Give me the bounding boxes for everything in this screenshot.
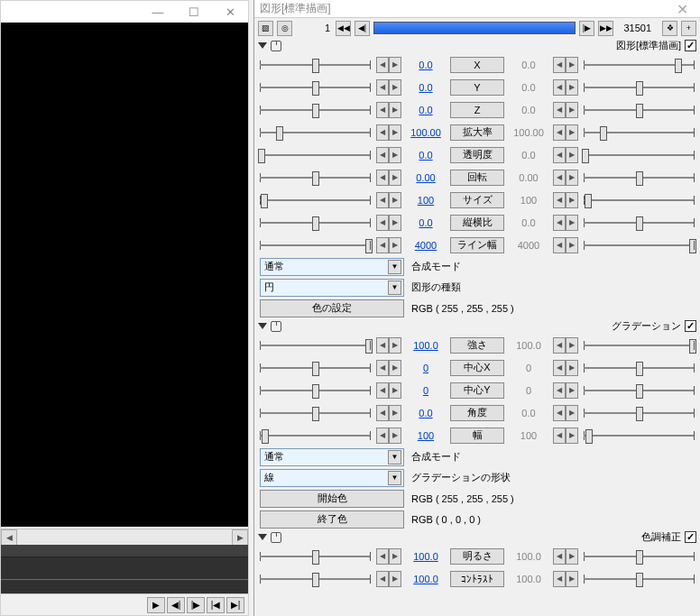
left-value[interactable]: 0.0 bbox=[407, 82, 445, 93]
decrement-button[interactable]: ◀ bbox=[553, 428, 566, 444]
increment-button[interactable]: ▶ bbox=[566, 571, 578, 587]
decrement-button[interactable]: ◀ bbox=[553, 382, 566, 399]
step-back-button[interactable]: ◀| bbox=[167, 597, 185, 613]
right-stepper[interactable]: ◀▶ bbox=[553, 360, 578, 376]
grad-blend-dropdown[interactable]: 通常▼ bbox=[260, 448, 404, 466]
param-name-button[interactable]: 縦横比 bbox=[450, 215, 504, 231]
left-value[interactable]: 0.0 bbox=[407, 150, 445, 161]
anchor-toggle-button[interactable]: ❖ bbox=[662, 21, 677, 36]
left-value[interactable]: 100.0 bbox=[407, 340, 445, 351]
mouse-icon[interactable] bbox=[271, 532, 281, 543]
decrement-button[interactable]: ◀ bbox=[553, 192, 566, 208]
right-slider[interactable] bbox=[584, 192, 695, 208]
timeline[interactable] bbox=[1, 545, 248, 593]
left-value[interactable]: 0.0 bbox=[407, 408, 445, 418]
section-enable-checkbox[interactable] bbox=[685, 40, 696, 51]
left-stepper[interactable]: ◀▶ bbox=[376, 237, 401, 253]
color-settings-button[interactable]: 色の設定 bbox=[260, 299, 404, 317]
scroll-track[interactable] bbox=[17, 529, 232, 545]
layer-icon[interactable]: ▨ bbox=[258, 21, 273, 36]
decrement-button[interactable]: ◀ bbox=[376, 571, 389, 587]
left-value[interactable]: 100 bbox=[407, 430, 445, 441]
end-color-button[interactable]: 終了色 bbox=[260, 510, 404, 529]
to-end-button[interactable]: ▶| bbox=[226, 597, 244, 613]
left-value[interactable]: 0 bbox=[407, 385, 445, 396]
left-slider[interactable] bbox=[260, 124, 371, 141]
right-slider[interactable] bbox=[584, 215, 695, 231]
decrement-button[interactable]: ◀ bbox=[553, 102, 566, 118]
scroll-right-icon[interactable]: ▶ bbox=[232, 529, 248, 546]
prev-frame-button[interactable]: ◀| bbox=[355, 21, 370, 36]
param-name-button[interactable]: 強さ bbox=[450, 337, 504, 354]
right-slider[interactable] bbox=[584, 571, 695, 587]
increment-button[interactable]: ▶ bbox=[389, 360, 401, 376]
right-slider[interactable] bbox=[584, 102, 695, 118]
right-slider[interactable] bbox=[584, 382, 695, 399]
left-slider[interactable] bbox=[260, 428, 371, 444]
right-slider[interactable] bbox=[584, 57, 695, 73]
left-stepper[interactable]: ◀▶ bbox=[376, 360, 401, 376]
increment-button[interactable]: ▶ bbox=[389, 237, 401, 253]
increment-button[interactable]: ▶ bbox=[566, 337, 578, 354]
left-slider[interactable] bbox=[260, 548, 371, 565]
increment-button[interactable]: ▶ bbox=[566, 147, 578, 163]
left-stepper[interactable]: ◀▶ bbox=[376, 428, 401, 444]
right-stepper[interactable]: ◀▶ bbox=[553, 79, 578, 96]
param-name-button[interactable]: Y bbox=[450, 79, 504, 96]
horizontal-scrollbar[interactable]: ◀ ▶ bbox=[1, 529, 248, 545]
mouse-icon[interactable] bbox=[271, 41, 281, 51]
decrement-button[interactable]: ◀ bbox=[553, 237, 566, 253]
param-name-button[interactable]: 明るさ bbox=[450, 548, 504, 565]
increment-button[interactable]: ▶ bbox=[566, 57, 578, 73]
maximize-button[interactable]: ☐ bbox=[176, 2, 212, 22]
increment-button[interactable]: ▶ bbox=[389, 79, 401, 96]
increment-button[interactable]: ▶ bbox=[566, 170, 578, 186]
left-value[interactable]: 0.0 bbox=[407, 60, 445, 70]
increment-button[interactable]: ▶ bbox=[566, 124, 578, 141]
left-stepper[interactable]: ◀▶ bbox=[376, 170, 401, 186]
param-name-button[interactable]: ライン幅 bbox=[450, 237, 504, 253]
left-value[interactable]: 100 bbox=[407, 195, 445, 206]
add-filter-button[interactable]: + bbox=[681, 21, 696, 36]
left-stepper[interactable]: ◀▶ bbox=[376, 382, 401, 399]
decrement-button[interactable]: ◀ bbox=[553, 337, 566, 354]
increment-button[interactable]: ▶ bbox=[566, 215, 578, 231]
increment-button[interactable]: ▶ bbox=[389, 124, 401, 141]
decrement-button[interactable]: ◀ bbox=[553, 170, 566, 186]
increment-button[interactable]: ▶ bbox=[389, 215, 401, 231]
decrement-button[interactable]: ◀ bbox=[553, 360, 566, 376]
left-stepper[interactable]: ◀▶ bbox=[376, 124, 401, 141]
increment-button[interactable]: ▶ bbox=[566, 237, 578, 253]
left-slider[interactable] bbox=[260, 337, 371, 354]
collapse-arrow-icon[interactable] bbox=[258, 323, 267, 329]
increment-button[interactable]: ▶ bbox=[389, 337, 401, 354]
decrement-button[interactable]: ◀ bbox=[553, 147, 566, 163]
decrement-button[interactable]: ◀ bbox=[553, 571, 566, 587]
right-stepper[interactable]: ◀▶ bbox=[553, 124, 578, 141]
next-frame-button[interactable]: |▶ bbox=[579, 21, 594, 36]
shape-kind-dropdown[interactable]: 円▼ bbox=[260, 279, 404, 297]
right-stepper[interactable]: ◀▶ bbox=[553, 215, 578, 231]
dialog-close-button[interactable]: ✕ bbox=[664, 0, 700, 18]
right-stepper[interactable]: ◀▶ bbox=[553, 57, 578, 73]
left-slider[interactable] bbox=[260, 360, 371, 376]
increment-button[interactable]: ▶ bbox=[566, 192, 578, 208]
decrement-button[interactable]: ◀ bbox=[376, 102, 389, 118]
left-stepper[interactable]: ◀▶ bbox=[376, 215, 401, 231]
increment-button[interactable]: ▶ bbox=[566, 102, 578, 118]
left-stepper[interactable]: ◀▶ bbox=[376, 571, 401, 587]
mouse-icon[interactable] bbox=[271, 321, 281, 332]
decrement-button[interactable]: ◀ bbox=[376, 57, 389, 73]
decrement-button[interactable]: ◀ bbox=[553, 57, 566, 73]
param-name-button[interactable]: 回転 bbox=[450, 170, 504, 186]
increment-button[interactable]: ▶ bbox=[389, 428, 401, 444]
right-slider[interactable] bbox=[584, 124, 695, 141]
increment-button[interactable]: ▶ bbox=[566, 79, 578, 96]
decrement-button[interactable]: ◀ bbox=[553, 215, 566, 231]
scroll-left-icon[interactable]: ◀ bbox=[1, 529, 17, 546]
section-header-shape[interactable]: 図形[標準描画] bbox=[254, 38, 700, 53]
minimize-button[interactable]: — bbox=[140, 2, 176, 22]
decrement-button[interactable]: ◀ bbox=[376, 360, 389, 376]
right-stepper[interactable]: ◀▶ bbox=[553, 192, 578, 208]
increment-button[interactable]: ▶ bbox=[389, 57, 401, 73]
